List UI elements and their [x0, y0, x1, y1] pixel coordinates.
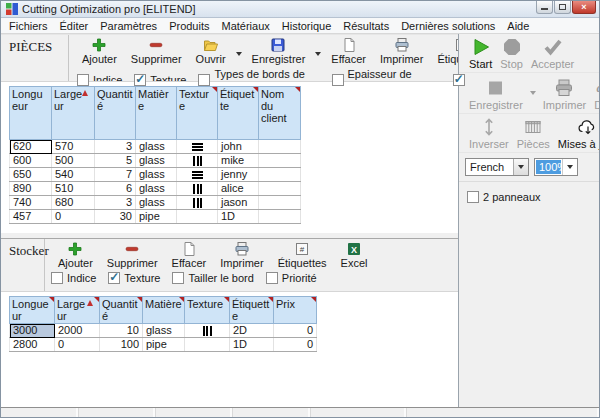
- cell[interactable]: [259, 168, 301, 182]
- cell[interactable]: 2000: [55, 324, 100, 338]
- cell[interactable]: alice: [218, 182, 259, 196]
- cell[interactable]: 3: [95, 196, 136, 210]
- cell[interactable]: 5: [95, 154, 136, 168]
- cell[interactable]: [177, 154, 218, 168]
- menu-item[interactable]: Aide: [501, 19, 535, 33]
- column-header[interactable]: Longu eur: [10, 87, 52, 140]
- cell[interactable]: glass: [143, 324, 185, 338]
- column-header[interactable]: Texture: [185, 297, 230, 324]
- checkbox[interactable]: [453, 74, 465, 86]
- cell[interactable]: 620: [10, 140, 52, 154]
- cell[interactable]: glass: [136, 168, 177, 182]
- cell[interactable]: [259, 140, 301, 154]
- cell[interactable]: 500: [52, 154, 95, 168]
- pieces-open-button[interactable]: Ouvrir: [189, 37, 233, 65]
- checkbox[interactable]: [198, 74, 210, 86]
- two-panels-checkbox[interactable]: [467, 191, 479, 203]
- cell[interactable]: [259, 154, 301, 168]
- pieces-add-button[interactable]: Ajouter: [75, 37, 124, 65]
- checkbox[interactable]: [332, 74, 344, 86]
- cell[interactable]: [185, 338, 230, 352]
- menu-item[interactable]: Dernières solutions: [395, 19, 501, 33]
- checkbox-item[interactable]: Priorité: [266, 272, 317, 284]
- cell[interactable]: 7: [95, 168, 136, 182]
- cell[interactable]: john: [218, 140, 259, 154]
- pieces-view-button[interactable]: Pièces: [513, 117, 554, 150]
- cell[interactable]: 30: [95, 210, 136, 224]
- cell[interactable]: 3: [95, 140, 136, 154]
- cell[interactable]: 6: [95, 182, 136, 196]
- checkbox-item[interactable]: Indice: [51, 272, 96, 284]
- cell[interactable]: glass: [136, 196, 177, 210]
- cell[interactable]: 510: [52, 182, 95, 196]
- cell[interactable]: 0: [52, 210, 95, 224]
- cell[interactable]: 740: [10, 196, 52, 210]
- column-header[interactable]: Quantit é: [100, 297, 143, 324]
- cell[interactable]: 0: [274, 324, 317, 338]
- cell[interactable]: 0: [55, 338, 100, 352]
- cell[interactable]: 3000: [10, 324, 55, 338]
- cell[interactable]: mike: [218, 154, 259, 168]
- cell[interactable]: 1D: [218, 210, 259, 224]
- save-dropdown-arrow[interactable]: [312, 46, 324, 58]
- checkbox-item[interactable]: Tailler le bord: [172, 272, 253, 284]
- checkbox[interactable]: [134, 74, 146, 86]
- cell[interactable]: [177, 196, 218, 210]
- cell[interactable]: jason: [218, 196, 259, 210]
- updates-button[interactable]: Mises à jour: [554, 117, 600, 150]
- pieces-print-button[interactable]: Imprimer: [373, 37, 430, 65]
- zoom-dropdown-arrow[interactable]: [562, 159, 577, 175]
- column-header[interactable]: Large ur: [55, 297, 100, 324]
- checkbox[interactable]: [108, 272, 120, 284]
- column-header[interactable]: Textur e: [177, 87, 218, 140]
- column-header[interactable]: Étiquet te: [218, 87, 259, 140]
- menu-item[interactable]: Paramètres: [94, 19, 163, 33]
- cell[interactable]: 570: [52, 140, 95, 154]
- column-header[interactable]: Prix: [274, 297, 317, 324]
- cell[interactable]: 2D: [230, 324, 274, 338]
- column-header[interactable]: Matière: [143, 297, 185, 324]
- print-result-button[interactable]: Imprimer: [539, 78, 590, 111]
- language-select[interactable]: French: [465, 158, 529, 176]
- cell[interactable]: pipe: [136, 210, 177, 224]
- cell[interactable]: [185, 324, 230, 338]
- cell[interactable]: [177, 210, 218, 224]
- save-result-button[interactable]: Enregistrer: [465, 78, 527, 111]
- cell[interactable]: 890: [10, 182, 52, 196]
- dxf-export-button[interactable]: dxf DXF: [590, 78, 600, 111]
- stock-add-button[interactable]: Ajouter: [51, 241, 100, 269]
- stock-clear-button[interactable]: Effacer: [165, 241, 214, 269]
- pieces-delete-button[interactable]: Supprimer: [124, 37, 189, 65]
- stock-excel-button[interactable]: X Excel: [334, 241, 375, 269]
- menu-item[interactable]: Matériaux: [215, 19, 275, 33]
- cell[interactable]: 540: [52, 168, 95, 182]
- column-header[interactable]: Étiquett e: [230, 297, 274, 324]
- cell[interactable]: 0: [274, 338, 317, 352]
- cell[interactable]: [259, 182, 301, 196]
- language-dropdown-arrow[interactable]: [513, 159, 528, 175]
- checkbox[interactable]: [172, 272, 184, 284]
- accept-button[interactable]: Accepter: [527, 37, 578, 70]
- two-panels-option[interactable]: 2 panneaux: [459, 182, 600, 203]
- checkbox[interactable]: [51, 272, 63, 284]
- cell[interactable]: glass: [136, 154, 177, 168]
- checkbox-item[interactable]: Texture: [108, 272, 160, 284]
- stock-delete-button[interactable]: Supprimer: [100, 241, 165, 269]
- stock-labels-button[interactable]: # Étiquettes: [271, 241, 334, 269]
- pieces-clear-button[interactable]: Effacer: [324, 37, 373, 65]
- cell[interactable]: glass: [136, 182, 177, 196]
- column-header[interactable]: Large ur: [52, 87, 95, 140]
- cell[interactable]: [259, 210, 301, 224]
- start-button[interactable]: Start: [465, 37, 496, 70]
- cell[interactable]: 457: [10, 210, 52, 224]
- open-dropdown-arrow[interactable]: [233, 46, 245, 58]
- column-header[interactable]: Nom du client: [259, 87, 301, 140]
- cell[interactable]: pipe: [143, 338, 185, 352]
- cell[interactable]: 600: [10, 154, 52, 168]
- close-button[interactable]: ×: [572, 1, 596, 14]
- menu-item[interactable]: Produits: [163, 19, 215, 33]
- cell[interactable]: [259, 196, 301, 210]
- stock-print-button[interactable]: Imprimer: [213, 241, 270, 269]
- checkbox[interactable]: [266, 272, 278, 284]
- minimize-button[interactable]: [536, 1, 553, 14]
